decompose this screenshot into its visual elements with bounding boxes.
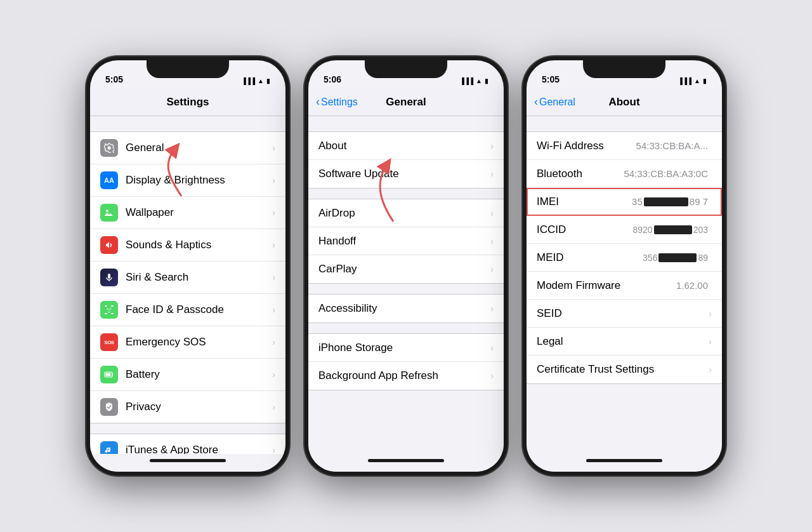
section-main: General › AA Display & Brightness › [90, 131, 285, 423]
home-bar-1 [150, 459, 226, 462]
row-itunes[interactable]: iTunes & App Store › [90, 434, 285, 454]
screen3-content[interactable]: Wi-Fi Address 54:33:CB:BA:A... Bluetooth… [527, 116, 722, 454]
sos-icon: SOS [100, 333, 118, 351]
privacy-label: Privacy [126, 401, 270, 413]
row-software-update[interactable]: Software Update › [308, 160, 504, 188]
cert-trust-label: Certificate Trust Settings [537, 363, 706, 376]
row-wifi-address: Wi-Fi Address 54:33:CB:BA:A... [527, 132, 722, 160]
row-display[interactable]: AA Display & Brightness › [90, 164, 285, 197]
row-sounds[interactable]: Sounds & Haptics › [90, 229, 285, 262]
signal-icon-2: ▐▐▐ [460, 77, 473, 84]
row-bg-refresh[interactable]: Background App Refresh › [308, 362, 504, 390]
row-legal[interactable]: Legal › [527, 328, 722, 356]
section2-4: iPhone Storage › Background App Refresh … [308, 333, 504, 390]
row-seid[interactable]: SEID › [527, 300, 722, 328]
itunes-label: iTunes & App Store [126, 444, 270, 454]
section2-1: About › Software Update › [308, 131, 504, 189]
section-group-1: General › AA Display & Brightness › [90, 131, 285, 423]
sos-chevron: › [272, 337, 275, 347]
siri-label: Siri & Search [126, 271, 270, 284]
meid-redacted [658, 253, 697, 262]
nav-title-1: Settings [166, 96, 209, 109]
row-privacy[interactable]: Privacy › [90, 391, 285, 423]
iccid-redacted [654, 225, 692, 234]
iphone-storage-chevron: › [490, 343, 494, 353]
row-faceid[interactable]: Face ID & Passcode › [90, 294, 285, 326]
wifi-icon-2: ▲ [476, 77, 482, 84]
accessibility-label: Accessibility [318, 302, 488, 315]
section2-group1: About › Software Update › [308, 131, 504, 189]
siri-icon [100, 269, 118, 286]
nav-bar-2: ‹ Settings General [308, 88, 504, 116]
row-about[interactable]: About › [308, 132, 504, 160]
row-carplay[interactable]: CarPlay › [308, 255, 504, 283]
sounds-label: Sounds & Haptics [126, 239, 270, 251]
imei-label: IMEI [537, 196, 632, 208]
section3-group1: Wi-Fi Address 54:33:CB:BA:A... Bluetooth… [527, 131, 722, 384]
display-chevron: › [272, 175, 275, 185]
airdrop-label: AirDrop [318, 207, 488, 220]
svg-point-1 [106, 209, 108, 212]
row-iphone-storage[interactable]: iPhone Storage › [308, 334, 504, 362]
about-chevron: › [490, 141, 494, 151]
modem-label: Modem Firmware [537, 279, 676, 292]
row-cert-trust[interactable]: Certificate Trust Settings › [527, 356, 722, 383]
meid-value: 356 89 [643, 253, 708, 263]
imei-redacted [644, 197, 688, 206]
row-imei: IMEI 35 89 7 [527, 188, 722, 216]
row-battery[interactable]: Battery › [90, 359, 285, 391]
row-bluetooth: Bluetooth 54:33:CB:BA:A3:0C [527, 160, 722, 188]
battery-label: Battery [126, 368, 270, 381]
legal-label: Legal [537, 335, 706, 348]
status-time-1: 5:05 [105, 74, 123, 84]
svg-rect-5 [105, 313, 107, 314]
phone3-container: 5:05 ▐▐▐ ▲ ▮ ‹ General About [523, 57, 726, 475]
row-general[interactable]: General › [90, 132, 285, 164]
cert-trust-chevron: › [709, 364, 712, 375]
handoff-label: Handoff [318, 235, 488, 248]
battery-chevron: › [272, 369, 275, 380]
row-wallpaper[interactable]: Wallpaper › [90, 197, 285, 229]
home-indicator-1 [90, 454, 285, 472]
row-siri[interactable]: Siri & Search › [90, 262, 285, 294]
status-icons-3: ▐▐▐ ▲ ▮ [678, 77, 707, 84]
iccid-suffix: 203 [693, 225, 708, 235]
status-time-3: 5:05 [542, 74, 560, 84]
row-sos[interactable]: SOS Emergency SOS › [90, 326, 285, 359]
wifi-address-value: 54:33:CB:BA:A... [636, 140, 708, 151]
row-airdrop[interactable]: AirDrop › [308, 199, 504, 227]
notch1 [147, 60, 229, 78]
bg-refresh-label: Background App Refresh [318, 369, 488, 382]
svg-rect-6 [111, 313, 114, 314]
svg-rect-3 [105, 305, 107, 307]
section-group-itunes: iTunes & App Store › [90, 434, 285, 454]
iphone2: 5:06 ▐▐▐ ▲ ▮ ‹ Settings General [304, 57, 508, 475]
display-icon: AA [100, 171, 118, 189]
phone1-container: 5:05 ▐▐▐ ▲ ▮ Settings [86, 57, 289, 475]
airdrop-chevron: › [490, 208, 494, 218]
row-handoff[interactable]: Handoff › [308, 227, 504, 255]
seid-chevron: › [709, 309, 712, 319]
nav-back-3[interactable]: ‹ General [534, 95, 575, 109]
imei-prefix: 35 [632, 196, 643, 207]
section2-group3: Accessibility › [308, 294, 504, 323]
battery-icon: ▮ [266, 77, 270, 84]
gear-icon [100, 139, 118, 157]
nav-bar-3: ‹ General About [527, 88, 722, 116]
row-accessibility[interactable]: Accessibility › [308, 295, 504, 323]
nav-back-2[interactable]: ‹ Settings [316, 95, 358, 109]
screen2-content[interactable]: About › Software Update › AirDrop › [308, 116, 504, 454]
screen1-content[interactable]: General › AA Display & Brightness › [90, 116, 285, 454]
sounds-icon [100, 236, 118, 254]
home-bar-2 [368, 459, 444, 462]
sounds-chevron: › [272, 240, 275, 250]
meid-label: MEID [537, 251, 643, 264]
bluetooth-label: Bluetooth [537, 168, 624, 180]
faceid-label: Face ID & Passcode [126, 303, 270, 316]
home-bar-3 [586, 459, 662, 462]
status-time-2: 5:06 [324, 74, 341, 84]
siri-chevron: › [272, 272, 275, 283]
back-label-2: Settings [321, 96, 358, 108]
row-meid: MEID 356 89 [527, 244, 722, 272]
home-indicator-3 [527, 454, 722, 472]
